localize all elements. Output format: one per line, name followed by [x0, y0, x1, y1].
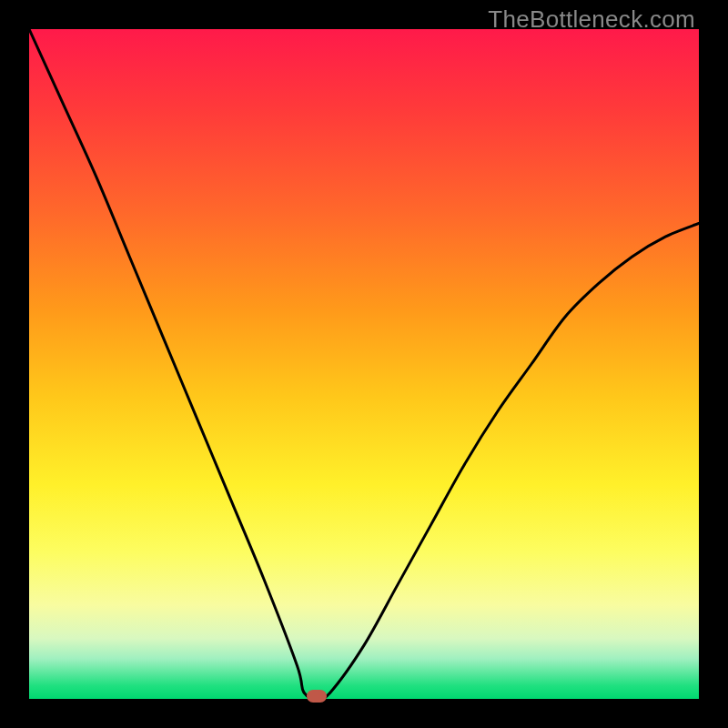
- watermark-text: TheBottleneck.com: [488, 5, 695, 34]
- bottleneck-curve-path: [29, 29, 699, 699]
- bottleneck-curve-svg: [29, 29, 699, 699]
- optimum-marker: [307, 690, 327, 703]
